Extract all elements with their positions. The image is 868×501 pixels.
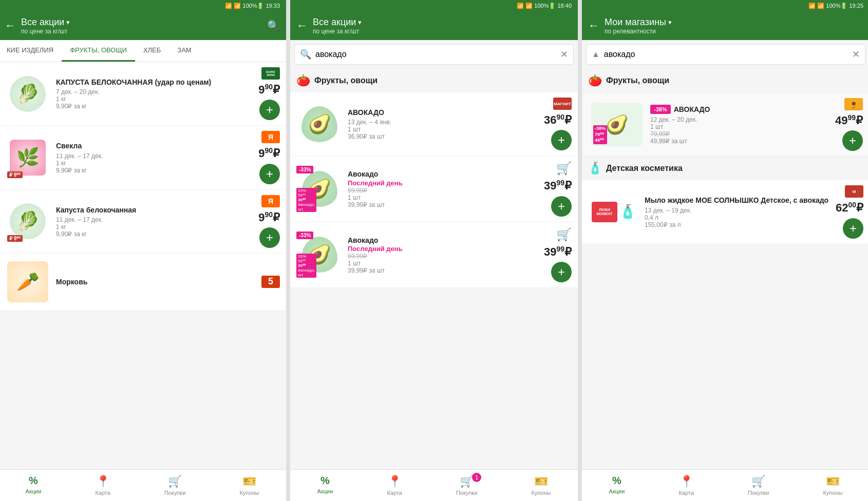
signal-icon-2: 📶 <box>525 3 533 9</box>
back-button-2[interactable]: ← <box>296 19 308 32</box>
avo2-price-sticker: 33%59⁹⁹39⁹⁹Авокадо,шт. <box>296 188 316 212</box>
product-right-avop3: 🌻 4999₽ + <box>835 98 863 151</box>
add-button-avo3[interactable]: + <box>551 262 572 282</box>
section-header-fruits-3: 🍅 Фрукты, овощи <box>582 69 868 92</box>
title-block-3: Мои магазины ▾ по релевантности <box>605 17 863 35</box>
product-name-avop3: АВОКАДО <box>674 105 710 114</box>
aktsii-icon-1: % <box>29 475 38 487</box>
clear-button-2[interactable]: ✕ <box>560 49 568 60</box>
search-input-2[interactable] <box>315 50 560 59</box>
add-button-avo1[interactable]: + <box>551 130 572 150</box>
top-bar-3: ← Мои магазины ▾ по релевантности <box>582 11 868 40</box>
pokupki-icon-3: 🛒 <box>751 475 765 488</box>
product-dates-avo1: 13 дек. – 4 янв. <box>348 119 539 126</box>
search-input-3[interactable] <box>604 50 852 59</box>
product-right-avo3: 🛒 3999₽ + <box>544 227 572 282</box>
nav-kupony-1[interactable]: 🎫 Купоны <box>231 473 267 498</box>
wcabbage-price-tag: ₽ 9⁹⁰ <box>7 235 23 242</box>
product-right-avo2: 🛒 3999₽ + <box>544 161 572 216</box>
nav-aktsii-3[interactable]: % Акции <box>601 473 633 498</box>
tab-frozen[interactable]: ЗАМ <box>169 40 199 62</box>
battery-label-3: 100%🔋 <box>826 3 847 9</box>
lovi-logo: ЛЮБИМОМЕНТ <box>592 202 617 222</box>
add-button-beet[interactable]: + <box>259 164 280 184</box>
avo3-price-sticker: 33%59⁹⁹39⁹⁹Авокадо,шт. <box>296 254 316 278</box>
aktsii-label-1: Акции <box>26 488 42 494</box>
bottom-nav-3: % Акции 📍 Карта 🛒 Покупки 🎫 Купоны <box>582 469 868 501</box>
karta-label-1: Карта <box>95 490 110 496</box>
back-button-1[interactable]: ← <box>5 19 16 32</box>
pokupki-icon-2: 🛒 <box>460 475 474 488</box>
product-weight-soap: 0,4 л <box>645 214 831 221</box>
section-icon-fruits-3: 🍅 <box>588 74 602 87</box>
tab-bread[interactable]: ХЛЕБ <box>135 40 169 62</box>
aktsii-icon-2: % <box>320 475 330 487</box>
dropdown-arrow-1[interactable]: ▾ <box>66 18 70 26</box>
nav-karta-2[interactable]: 📍 Карта <box>379 473 410 498</box>
nav-karta-3[interactable]: 📍 Карта <box>670 473 702 498</box>
status-icons-2: 📶 📶 100%🔋 18:40 <box>517 3 572 9</box>
nav-kupony-3[interactable]: 🎫 Купоны <box>815 473 851 498</box>
back-button-3[interactable]: ← <box>588 19 599 32</box>
time-label: 19:33 <box>266 3 280 9</box>
status-icons-3: 📶 📶 100%🔋 19:25 <box>808 3 863 9</box>
add-button-avo2[interactable]: + <box>551 196 572 217</box>
add-button-cabbage[interactable]: + <box>259 100 280 120</box>
dropdown-arrow-2[interactable]: ▾ <box>358 18 362 26</box>
cabbage-image: 🥬 <box>10 76 46 112</box>
avop3-price-badge: -38%79⁹⁹49⁹⁹ <box>593 125 607 144</box>
pokupki-label-1: Покупки <box>164 490 185 496</box>
product-price-soap: 6200₽ <box>836 201 863 215</box>
product-img-avo3: -33% 🥑 33%59⁹⁹39⁹⁹Авокадо,шт. <box>296 232 343 278</box>
product-info-wcabbage: Капуста белокочанная 11 дек. – 17 дек. 1… <box>56 205 253 238</box>
phone-1: 📶 📶 100%🔋 19:33 ← Все акции ▾ по цене за… <box>0 0 286 501</box>
dropdown-arrow-3[interactable]: ▾ <box>668 18 672 26</box>
cart-icon-avo3: 🛒 <box>556 227 572 242</box>
product-right-cabbage: EUROSPAR 990₽ + <box>258 67 280 120</box>
product-info-beet: Свекла 11 дек. – 17 дек. 1 кг 9,90₽ за к… <box>56 141 253 174</box>
cat-tabs-1: КИЕ ИЗДЕЛИЯ ФРУКТЫ, ОВОЩИ ХЛЕБ ЗАМ <box>0 40 286 62</box>
search-bar-3[interactable]: ▲ ✕ <box>586 44 865 65</box>
discount-badge-avo2: -33% <box>296 166 313 174</box>
product-dates-avop3: 12 дек. – 20 дек. <box>650 116 830 123</box>
search-bar-2[interactable]: 🔍 ✕ <box>294 44 574 65</box>
section-header-cosmetics: 🧴 Детская косметика <box>582 157 868 180</box>
product-weight-avop3: 1 шт <box>650 123 830 130</box>
tab-baked[interactable]: КИЕ ИЗДЕЛИЯ <box>0 40 62 62</box>
battery-label: 100%🔋 <box>242 3 264 9</box>
product-weight-avo2: 1 шт <box>348 194 539 201</box>
product-info-avo3: Авокадо Последний день 59,99₽ 1 шт 39,99… <box>348 236 539 274</box>
product-avocado-2: -33% 🥑 33%59⁹⁹39⁹⁹Авокадо,шт. Авокадо По… <box>290 156 578 222</box>
nav-pokupki-2[interactable]: 🛒 1 Покупки <box>448 473 485 498</box>
aktsii-icon-3: % <box>612 475 621 487</box>
pokupki-label-2: Покупки <box>456 490 477 496</box>
product-avocado-p3: 🥑 -38%79⁹⁹49⁹⁹ -38% АВОКАДО 12 дек. – 20… <box>582 92 868 157</box>
filter-icon-3[interactable]: ▲ <box>592 50 600 59</box>
tab-fruits[interactable]: ФРУКТЫ, ОВОЩИ <box>62 40 135 62</box>
nav-pokupki-1[interactable]: 🛒 Покупки <box>156 473 194 498</box>
product-weight-beet: 1 кг <box>56 160 253 167</box>
add-button-wcabbage[interactable]: + <box>259 227 280 248</box>
beet-image: 🌿 <box>10 140 46 176</box>
nav-pokupki-3[interactable]: 🛒 Покупки <box>740 473 777 498</box>
pokupki-label-3: Покупки <box>748 490 769 496</box>
store-logo-eurospar: EUROSPAR <box>261 67 280 80</box>
store-logo-magnit: МАГНИТ <box>553 98 572 110</box>
add-button-avop3[interactable]: + <box>842 130 863 151</box>
status-bar-2: 📶 📶 100%🔋 18:40 <box>290 0 578 11</box>
product-right-beet: Я 990₽ + <box>258 131 280 184</box>
search-button-1[interactable]: 🔍 <box>267 20 280 32</box>
product-price-cabbage: 990₽ <box>258 83 280 97</box>
karta-icon-2: 📍 <box>388 475 402 488</box>
store-logo-ya2: Я <box>261 195 280 207</box>
add-button-soap[interactable]: + <box>843 218 863 239</box>
nav-karta-1[interactable]: 📍 Карта <box>87 473 118 498</box>
product-item-beet: 🌿 ₽ 9⁹⁰ Свекла 11 дек. – 17 дек. 1 кг 9,… <box>0 126 286 189</box>
nav-aktsii-2[interactable]: % Акции <box>309 473 342 498</box>
nav-aktsii-1[interactable]: % Акции <box>17 473 50 498</box>
product-name-beet: Свекла <box>56 141 253 150</box>
clear-button-3[interactable]: ✕ <box>852 49 860 60</box>
product-price-avop3: 4999₽ <box>835 113 863 127</box>
soap-image: 🧴 <box>619 204 636 220</box>
nav-kupony-2[interactable]: 🎫 Купоны <box>523 473 559 498</box>
